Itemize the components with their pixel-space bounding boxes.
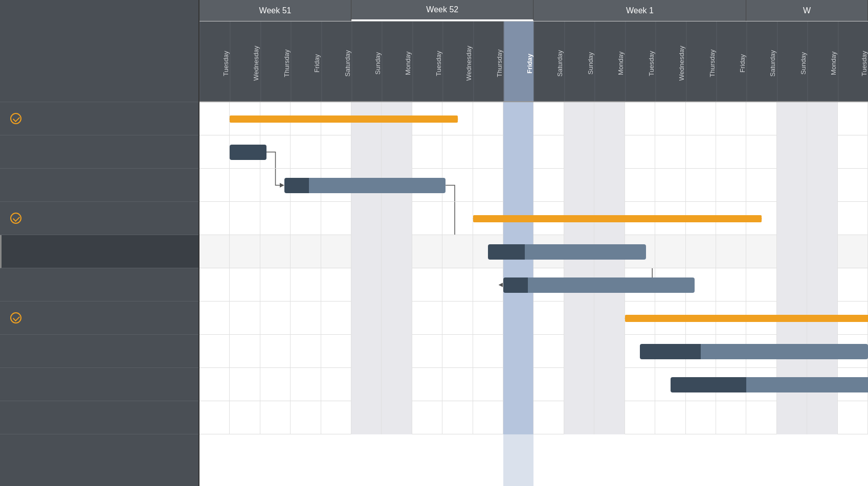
day-column: [777, 135, 807, 169]
sidebar-item-scripts[interactable]: [0, 368, 198, 401]
day-column: [564, 368, 594, 401]
sidebar-item-design[interactable]: [0, 202, 198, 235]
day-column: [260, 202, 291, 235]
gantt-rows: [199, 102, 868, 486]
day-column: [473, 102, 503, 135]
day-column: [260, 401, 291, 434]
day-column: [199, 102, 230, 135]
day-column: [230, 202, 260, 235]
day-cell: Thursday: [473, 21, 503, 101]
chevron-down-icon: [10, 312, 21, 323]
day-column: [442, 268, 473, 302]
day-column: [594, 368, 625, 401]
day-column: [625, 169, 655, 202]
gantt-bar-combined: [503, 277, 695, 293]
day-column: [503, 102, 533, 135]
day-column: [686, 401, 716, 434]
day-column: [442, 368, 473, 401]
day-column: [412, 401, 442, 434]
week-cell: W: [746, 0, 868, 21]
day-column: [199, 302, 230, 335]
day-column: [291, 235, 321, 268]
day-cell: Sunday: [351, 21, 382, 101]
sidebar-header: [0, 0, 198, 102]
day-column: [351, 268, 382, 302]
day-column: [533, 401, 564, 434]
day-column: [291, 268, 321, 302]
day-column: [533, 169, 564, 202]
day-column: [351, 368, 382, 401]
day-column: [807, 169, 837, 202]
day-column: [291, 368, 321, 401]
day-column: [230, 169, 260, 202]
day-column: [382, 368, 412, 401]
gantt-bar-combined: [488, 244, 646, 260]
sidebar-item-testing[interactable]: [0, 401, 198, 434]
sidebar-item-files-review[interactable]: [0, 135, 198, 169]
day-cell: Tuesday: [199, 21, 230, 101]
week-cell: Week 1: [533, 0, 746, 21]
day-column: [503, 335, 533, 368]
week-cell: Week 52: [351, 0, 533, 21]
day-column: [260, 302, 291, 335]
day-column: [503, 135, 533, 169]
day-column: [412, 368, 442, 401]
gantt-row: [199, 135, 868, 169]
day-column: [291, 302, 321, 335]
sidebar-item-map-site[interactable]: [0, 169, 198, 202]
day-column: [412, 302, 442, 335]
day-column: [716, 235, 746, 268]
day-column: [625, 368, 655, 401]
day-column: [321, 235, 351, 268]
day-column: [594, 169, 625, 202]
sidebar-item-mockups[interactable]: [0, 235, 198, 268]
day-column: [412, 202, 442, 235]
day-column: [351, 401, 382, 434]
day-column: [382, 202, 412, 235]
day-column: [199, 235, 230, 268]
day-column: [686, 235, 716, 268]
day-column: [473, 169, 503, 202]
day-column: [199, 401, 230, 434]
day-cell: Sunday: [564, 21, 594, 101]
day-cell: Tuesday: [625, 21, 655, 101]
sidebar-item-assessment[interactable]: [0, 102, 198, 135]
day-column: [746, 235, 776, 268]
day-cell: Saturday: [321, 21, 351, 101]
day-column: [412, 235, 442, 268]
day-column: [291, 135, 321, 169]
day-column: [199, 135, 230, 169]
day-column: [230, 368, 260, 401]
day-column: [291, 202, 321, 235]
day-column: [625, 102, 655, 135]
day-column: [442, 401, 473, 434]
day-column: [412, 335, 442, 368]
day-column: [473, 335, 503, 368]
sidebar-item-development[interactable]: [0, 302, 198, 335]
day-column: [564, 401, 594, 434]
day-column: [199, 202, 230, 235]
day-column: [321, 135, 351, 169]
day-column: [777, 202, 807, 235]
gantt-area: Week 51Week 52Week 1W TuesdayWednesdayTh…: [199, 0, 868, 486]
day-cell: Tuesday: [838, 21, 868, 101]
day-cell: Thursday: [686, 21, 716, 101]
day-column: [807, 268, 837, 302]
gantt-bar-orange: [625, 315, 868, 322]
day-column: [716, 102, 746, 135]
day-column: [838, 169, 868, 202]
day-column: [564, 335, 594, 368]
day-column: [382, 335, 412, 368]
day-column: [230, 401, 260, 434]
day-column: [260, 335, 291, 368]
day-column: [716, 169, 746, 202]
day-cell: Saturday: [746, 21, 776, 101]
day-column: [533, 368, 564, 401]
sidebar-item-page-templates[interactable]: [0, 335, 198, 368]
day-column: [746, 169, 776, 202]
day-column: [442, 302, 473, 335]
sidebar-item-slice-and-code[interactable]: [0, 268, 198, 302]
day-column: [807, 401, 837, 434]
day-cell: Friday: [291, 21, 321, 101]
day-column: [625, 135, 655, 169]
